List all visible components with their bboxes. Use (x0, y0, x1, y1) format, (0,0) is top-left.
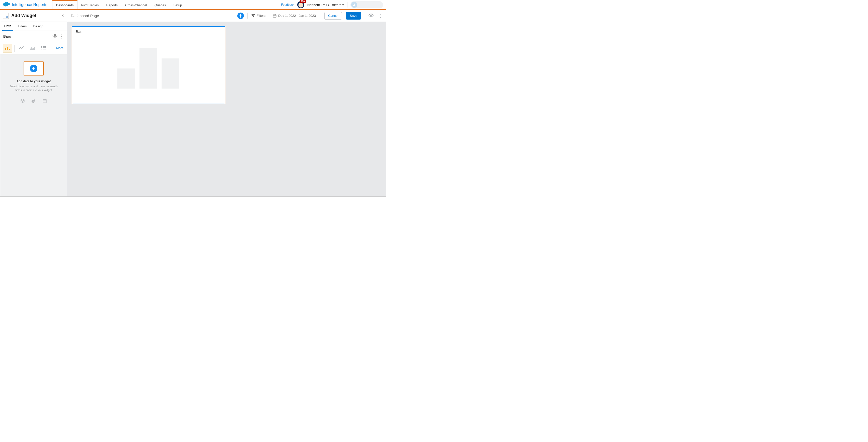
divider (347, 2, 347, 7)
filters-button[interactable]: Filters (251, 14, 266, 18)
date-calendar-icon (42, 98, 47, 104)
svg-rect-13 (44, 48, 46, 48)
placeholder-bar (161, 58, 179, 89)
svg-rect-10 (44, 46, 46, 47)
svg-rect-9 (43, 46, 44, 47)
user-avatar-icon (351, 2, 357, 8)
svg-rect-11 (41, 48, 42, 48)
measurement-hash-icon (31, 98, 36, 104)
svg-rect-14 (41, 49, 42, 50)
salesforce-cloud-icon (2, 1, 10, 8)
panel-tab-data[interactable]: Data (2, 22, 13, 31)
placeholder-bar (117, 68, 135, 89)
placeholder-bar (140, 48, 157, 89)
svg-rect-8 (41, 46, 42, 47)
chart-type-area-icon[interactable] (28, 44, 37, 53)
panel-tab-design[interactable]: Design (31, 22, 45, 31)
plus-icon: + (30, 65, 37, 72)
svg-rect-5 (5, 48, 6, 50)
panel-tab-filters[interactable]: Filters (16, 22, 29, 31)
dashboard-canvas[interactable]: Bars (67, 22, 386, 196)
org-name-label: Northern Trail Outfitters (307, 3, 341, 7)
tab-queries[interactable]: Queries (151, 0, 170, 9)
org-switcher[interactable]: Northern Trail Outfitters (307, 3, 344, 7)
bar-chart-placeholder (117, 48, 179, 89)
panel-title: Add Widget (11, 13, 59, 18)
cancel-button[interactable]: Cancel (324, 12, 342, 20)
page-title: Dashboard Page 1 (71, 13, 235, 18)
widget-bars[interactable]: Bars (72, 26, 225, 104)
save-button[interactable]: Save (346, 12, 361, 20)
assistant-avatar-icon[interactable]: 99+ (297, 1, 304, 8)
canvas-toolbar: Dashboard Page 1 Filters Dec 1, 2022 - J… (67, 10, 386, 22)
svg-rect-12 (43, 48, 44, 48)
tab-reports[interactable]: Reports (102, 0, 121, 9)
empty-state-description: Select dimension/s and measurement/s fie… (6, 85, 61, 92)
visibility-toggle-icon[interactable] (53, 33, 57, 39)
dimension-cube-icon (20, 98, 25, 104)
svg-rect-16 (44, 49, 46, 50)
chart-type-row: More (0, 42, 67, 55)
svg-rect-7 (9, 49, 10, 50)
chart-type-line-icon[interactable] (17, 44, 26, 53)
add-page-button[interactable] (237, 12, 244, 19)
date-range-picker[interactable]: Dec 1, 2022 - Jan 1, 2023 (273, 14, 316, 18)
preview-eye-icon[interactable] (369, 13, 374, 19)
add-data-button[interactable]: + (24, 61, 44, 75)
close-icon[interactable]: × (61, 13, 64, 18)
user-menu[interactable] (350, 1, 383, 8)
panel-tabs: Data Filters Design (0, 22, 67, 31)
widget-more-icon[interactable]: ⋮ (59, 34, 64, 39)
filters-label: Filters (257, 14, 266, 18)
divider (14, 45, 14, 52)
svg-rect-6 (7, 46, 8, 50)
chart-type-more-link[interactable]: More (56, 46, 64, 50)
add-data-empty-state: + Add data to your widget Select dimensi… (0, 55, 67, 196)
brand-block: Intelligence Reports (0, 0, 50, 9)
widget-title: Bars (72, 27, 225, 36)
add-widget-panel: Add Widget × Data Filters Design Bars ⋮ (0, 10, 67, 196)
global-nav: Intelligence Reports Dashboards Pivot Ta… (0, 0, 386, 10)
svg-rect-3 (6, 16, 7, 18)
page-more-icon[interactable]: ⋮ (378, 13, 382, 19)
tab-pivot-tables[interactable]: Pivot Tables (78, 0, 103, 9)
svg-point-18 (371, 14, 372, 16)
tab-setup[interactable]: Setup (169, 0, 186, 9)
add-widget-icon (3, 13, 9, 19)
widget-name-row: Bars ⋮ (0, 31, 67, 42)
chevron-down-icon (342, 4, 344, 5)
notification-badge: 99+ (300, 0, 306, 3)
dashboard-canvas-area: Dashboard Page 1 Filters Dec 1, 2022 - J… (67, 10, 386, 196)
svg-point-4 (55, 35, 56, 37)
divider (269, 13, 269, 19)
widget-name-label: Bars (3, 34, 11, 38)
tab-dashboards[interactable]: Dashboards (52, 0, 77, 9)
svg-rect-17 (273, 14, 276, 17)
chart-type-table-icon[interactable] (39, 44, 48, 53)
product-name: Intelligence Reports (12, 2, 47, 7)
empty-state-title: Add data to your widget (0, 80, 67, 83)
feedback-link[interactable]: Feedback (281, 3, 294, 6)
main-tabs: Dashboards Pivot Tables Reports Cross-Ch… (52, 0, 186, 9)
chart-type-bar-icon[interactable] (3, 44, 12, 53)
date-range-label: Dec 1, 2022 - Jan 1, 2023 (278, 14, 316, 18)
tab-cross-channel[interactable]: Cross-Channel (121, 0, 151, 9)
svg-rect-15 (43, 49, 44, 50)
divider (247, 13, 248, 19)
